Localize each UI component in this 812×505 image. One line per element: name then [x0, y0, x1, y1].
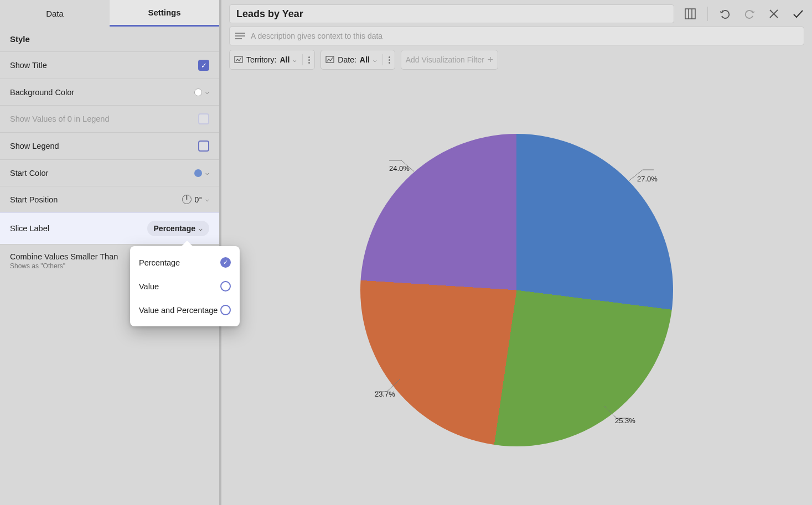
- label-start-position: Start Position: [10, 195, 58, 204]
- confirm-button[interactable]: [790, 6, 806, 22]
- close-button[interactable]: [766, 6, 782, 22]
- option-label: Value and Percentage: [139, 306, 218, 315]
- row-start-position[interactable]: Start Position 0° ⌵: [0, 186, 219, 212]
- filter-icon: [234, 55, 243, 64]
- slice-label-1: 25.3%: [615, 417, 635, 425]
- more-icon[interactable]: [308, 56, 310, 64]
- section-header-style: Style: [0, 27, 219, 51]
- radio-selected-icon: [220, 257, 231, 268]
- label-slice-label: Slice Label: [10, 224, 49, 233]
- value-slice-label: Percentage: [154, 224, 195, 233]
- chart-canvas: 27.0% 25.3% 23.7% 24.0%: [221, 75, 812, 505]
- filter-label: Territory:: [246, 55, 276, 64]
- sidebar-tabs: Data Settings: [0, 0, 219, 27]
- chevron-down-icon[interactable]: ⌵: [205, 169, 209, 176]
- chevron-down-icon: ⌵: [293, 56, 297, 64]
- filter-date[interactable]: Date: All ⌵: [320, 50, 395, 70]
- description-placeholder: A description gives context to this data: [251, 32, 382, 40]
- filter-label: Date:: [338, 55, 356, 64]
- option-label: Value: [139, 282, 159, 291]
- sidebar: Data Settings Style Show Title Backgroun…: [0, 0, 221, 505]
- angle-icon: [182, 195, 192, 204]
- radio-unselected-icon: [220, 281, 231, 291]
- svg-rect-9: [326, 56, 334, 63]
- filter-value: All: [280, 55, 289, 64]
- row-show-title[interactable]: Show Title: [0, 51, 219, 79]
- slice-label-0: 27.0%: [637, 175, 658, 183]
- option-label: Percentage: [139, 258, 180, 267]
- chevron-down-icon[interactable]: ⌵: [205, 88, 209, 96]
- swatch-background-color[interactable]: [194, 88, 202, 96]
- description-icon: [235, 32, 245, 40]
- svg-rect-8: [235, 56, 242, 63]
- plus-icon: +: [488, 54, 494, 66]
- label-background-color: Background Color: [10, 88, 74, 97]
- pie-chart: [360, 134, 673, 446]
- row-show-legend[interactable]: Show Legend: [0, 132, 219, 159]
- main-panel: A description gives context to this data…: [221, 0, 812, 505]
- svg-rect-0: [685, 9, 695, 19]
- tab-settings[interactable]: Settings: [110, 0, 219, 27]
- description-input[interactable]: A description gives context to this data: [229, 27, 804, 45]
- chart-title-input[interactable]: [229, 4, 674, 23]
- label-show-legend: Show Legend: [10, 142, 59, 150]
- row-show-zero: Show Values of 0 in Legend: [0, 105, 219, 132]
- filter-icon: [325, 55, 334, 64]
- label-start-color: Start Color: [10, 169, 48, 178]
- chevron-down-icon[interactable]: ⌵: [205, 196, 209, 203]
- checkbox-show-title[interactable]: [198, 60, 209, 71]
- checkbox-show-zero: [198, 113, 209, 124]
- sublabel-combine-values: Shows as "Others": [10, 262, 118, 270]
- slice-label-3: 24.0%: [389, 164, 410, 173]
- label-show-title: Show Title: [10, 61, 47, 70]
- filter-value: All: [360, 55, 370, 64]
- option-value-and-percentage[interactable]: Value and Percentage: [130, 298, 240, 322]
- radio-unselected-icon: [220, 305, 231, 315]
- more-icon[interactable]: [389, 56, 390, 64]
- label-show-zero: Show Values of 0 in Legend: [10, 114, 110, 123]
- option-percentage[interactable]: Percentage: [130, 251, 240, 274]
- row-background-color[interactable]: Background Color ⌵: [0, 79, 219, 105]
- grid-icon[interactable]: [682, 6, 699, 22]
- swatch-start-color[interactable]: [194, 169, 202, 177]
- add-filter-button[interactable]: Add Visualization Filter +: [401, 50, 499, 70]
- row-start-color[interactable]: Start Color ⌵: [0, 159, 219, 186]
- label-combine-values: Combine Values Smaller Than: [10, 252, 118, 261]
- undo-button[interactable]: [717, 6, 733, 22]
- add-filter-label: Add Visualization Filter: [406, 55, 484, 64]
- option-value[interactable]: Value: [130, 274, 240, 298]
- chevron-down-icon: ⌵: [373, 56, 377, 64]
- row-slice-label[interactable]: Slice Label Percentage ⌵: [0, 212, 219, 244]
- slice-label-2: 23.7%: [375, 390, 395, 398]
- slice-label-dropdown: Percentage Value Value and Percentage: [130, 246, 240, 326]
- tab-data[interactable]: Data: [0, 0, 110, 27]
- filter-territory[interactable]: Territory: All ⌵: [229, 50, 315, 70]
- value-start-position: 0°: [195, 195, 202, 204]
- checkbox-show-legend[interactable]: [198, 140, 209, 152]
- redo-button[interactable]: [741, 6, 758, 22]
- chevron-down-icon: ⌵: [199, 225, 203, 232]
- dropdown-slice-label[interactable]: Percentage ⌵: [147, 221, 209, 236]
